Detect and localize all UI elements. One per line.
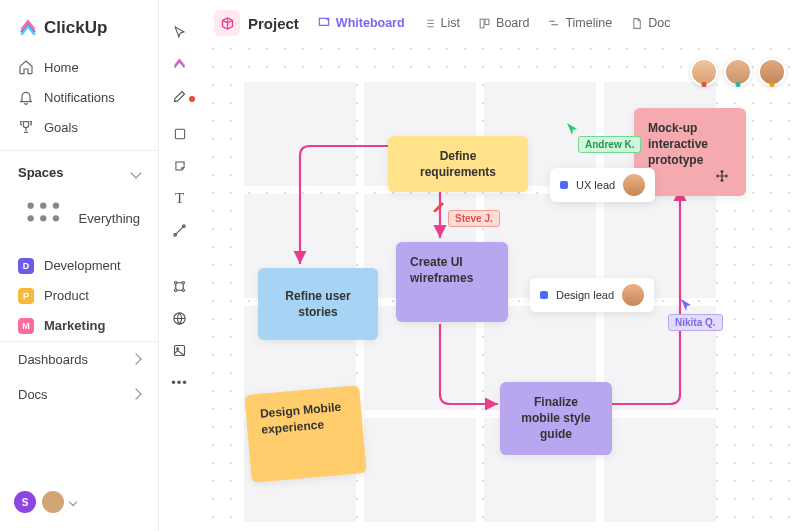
whiteboard-canvas[interactable]: Define requirements Refine user stories … <box>200 46 800 531</box>
trophy-icon <box>18 119 34 135</box>
list-icon <box>423 17 436 30</box>
clickup-tool[interactable] <box>172 56 188 72</box>
note-wireframes[interactable]: Create UI wireframes <box>396 242 508 322</box>
space-everything[interactable]: Everything <box>0 186 158 251</box>
project-chip[interactable]: Project <box>214 10 299 36</box>
svg-point-3 <box>27 215 33 221</box>
svg-point-5 <box>53 215 59 221</box>
tab-timeline[interactable]: Timeline <box>547 16 612 30</box>
image-tool[interactable] <box>172 342 188 358</box>
svg-point-2 <box>53 202 59 208</box>
sidebar-footer[interactable]: S <box>0 483 158 521</box>
pill-ux-lead[interactable]: UX lead <box>550 168 655 202</box>
bell-icon <box>18 89 34 105</box>
pointer-tool[interactable] <box>172 24 188 40</box>
cursor-tag-nikita: Nikita Q. <box>668 314 723 331</box>
space-development[interactable]: DDevelopment <box>0 251 158 281</box>
svg-point-11 <box>175 289 178 292</box>
spaces-header[interactable]: Spaces <box>0 150 158 186</box>
text-tool[interactable]: T <box>172 190 188 206</box>
docs-section[interactable]: Docs <box>0 377 158 412</box>
chevron-down-icon <box>69 498 77 506</box>
svg-rect-17 <box>485 19 489 24</box>
tab-board[interactable]: Board <box>478 16 529 30</box>
svg-rect-16 <box>480 19 484 28</box>
whiteboard-toolbar: T ••• <box>158 0 200 531</box>
note-refine-stories[interactable]: Refine user stories <box>258 268 378 340</box>
svg-point-10 <box>182 281 185 284</box>
tab-doc[interactable]: Doc <box>630 16 670 30</box>
whiteboard-icon <box>317 16 331 30</box>
integrations-tool[interactable] <box>172 278 188 294</box>
doc-icon <box>630 17 643 30</box>
board-icon <box>478 17 491 30</box>
nav-home[interactable]: Home <box>0 52 158 82</box>
tab-whiteboard[interactable]: Whiteboard <box>317 16 405 30</box>
cursor-tag-andrew: Andrew K. <box>578 136 641 153</box>
presence-avatar[interactable] <box>758 58 786 86</box>
svg-point-12 <box>182 289 185 292</box>
cursor-icon <box>680 298 692 312</box>
status-square <box>540 291 548 299</box>
clickup-logo-icon <box>18 18 38 38</box>
sticky-tool[interactable] <box>172 158 188 174</box>
avatar <box>623 174 645 196</box>
svg-point-4 <box>40 215 46 221</box>
svg-point-15 <box>177 347 179 349</box>
home-icon <box>18 59 34 75</box>
pen-tool[interactable] <box>172 88 188 104</box>
topbar: Project Whiteboard List Board Timeline D… <box>200 0 800 46</box>
sidebar: ClickUp Home Notifications Goals Spaces … <box>0 0 158 531</box>
user-avatar[interactable]: S <box>14 491 36 513</box>
presence-avatars[interactable] <box>690 58 786 86</box>
dashboards-section[interactable]: Dashboards <box>0 341 158 377</box>
nav-goals[interactable]: Goals <box>0 112 158 142</box>
svg-rect-6 <box>175 129 184 138</box>
space-marketing[interactable]: MMarketing <box>0 311 158 341</box>
pill-design-lead[interactable]: Design lead <box>530 278 654 312</box>
note-finalize[interactable]: Finalize mobile style guide <box>500 382 612 455</box>
space-badge: D <box>18 258 34 274</box>
tab-list[interactable]: List <box>423 16 460 30</box>
timeline-icon <box>547 17 560 30</box>
color-indicator <box>189 96 195 102</box>
presence-avatar[interactable] <box>690 58 718 86</box>
avatar <box>622 284 644 306</box>
cursor-icon <box>566 122 578 136</box>
chevron-down-icon <box>130 167 141 178</box>
presence-avatar[interactable] <box>724 58 752 86</box>
pen-cursor-icon <box>432 198 446 212</box>
move-icon <box>714 168 730 184</box>
web-tool[interactable] <box>172 310 188 326</box>
connector-tool[interactable] <box>172 222 188 238</box>
chevron-right-icon <box>130 388 141 399</box>
chevron-right-icon <box>130 353 141 364</box>
shape-tool[interactable] <box>172 126 188 142</box>
space-product[interactable]: PProduct <box>0 281 158 311</box>
brand-logo[interactable]: ClickUp <box>0 18 158 52</box>
note-mobile-experience[interactable]: Design Mobile experience <box>244 385 366 483</box>
more-tools[interactable]: ••• <box>172 374 188 390</box>
svg-point-1 <box>40 202 46 208</box>
svg-point-9 <box>175 281 178 284</box>
cursor-tag-steve: Steve J. <box>448 210 500 227</box>
project-cube-icon <box>214 10 240 36</box>
space-badge: M <box>18 318 34 334</box>
main-area: Project Whiteboard List Board Timeline D… <box>200 0 800 531</box>
space-badge: P <box>18 288 34 304</box>
nav-notifications[interactable]: Notifications <box>0 82 158 112</box>
grid-icon <box>18 193 69 244</box>
status-square <box>560 181 568 189</box>
svg-point-0 <box>27 202 33 208</box>
note-define-requirements[interactable]: Define requirements <box>388 136 528 192</box>
user-avatar-2[interactable] <box>42 491 64 513</box>
